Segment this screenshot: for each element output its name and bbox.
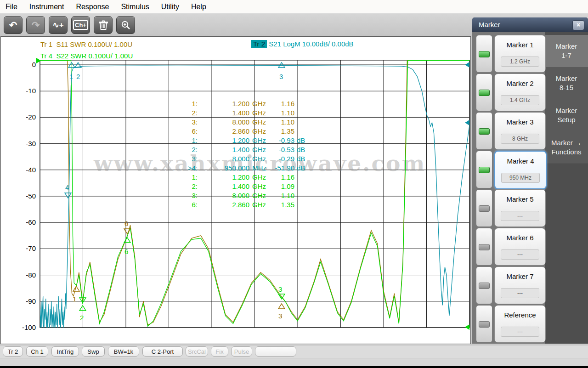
led-on-icon xyxy=(479,90,490,96)
add-trace-icon: ∿+ xyxy=(52,20,63,30)
marker-button-title: Reference xyxy=(495,311,545,319)
marker-button-title: Marker 1 xyxy=(495,41,545,49)
taskbar-chip-empty xyxy=(255,346,296,357)
marker-button-title: Marker 3 xyxy=(495,118,545,126)
marker-button-marker-5[interactable]: Marker 5--- xyxy=(494,189,546,227)
redo-icon: ↷ xyxy=(32,20,40,31)
marker-value-field[interactable]: --- xyxy=(501,211,539,221)
add-trace-button[interactable]: ∿+ xyxy=(49,16,68,34)
marker-value-field[interactable]: 950 MHz xyxy=(501,173,540,183)
menu-response[interactable]: Response xyxy=(75,2,110,12)
taskbar-chip-c-2-port[interactable]: C 2-Port xyxy=(142,346,183,357)
status-taskbar: Tr 2Ch 1IntTrigSwpBW=1kC 2-PortSrcCalFix… xyxy=(0,345,588,358)
marker-toggle-8[interactable] xyxy=(476,305,492,343)
marker-value-field[interactable]: 1.4 GHz xyxy=(501,95,539,105)
zoom-button[interactable] xyxy=(116,16,135,34)
marker-button-marker-7[interactable]: Marker 7--- xyxy=(494,266,546,304)
marker-button-marker-4[interactable]: Marker 4950 MHz xyxy=(494,151,547,189)
tr2-selected-chip: Tr 2 xyxy=(251,40,267,48)
redo-button: ↷ xyxy=(26,16,45,34)
menu-utility[interactable]: Utility xyxy=(160,2,180,12)
delete-button[interactable] xyxy=(94,16,113,34)
marker-value-field[interactable]: 8 GHz xyxy=(501,134,539,144)
marker-toggle-3[interactable] xyxy=(476,112,492,150)
marker-toggle-7[interactable] xyxy=(476,266,492,304)
bottom-black-bar xyxy=(0,366,588,368)
marker-value-field[interactable]: --- xyxy=(501,288,539,298)
lower-strip xyxy=(0,358,588,367)
led-off-icon xyxy=(479,283,490,289)
zoom-in-icon xyxy=(121,20,131,30)
marker-toggle-5[interactable] xyxy=(476,189,492,227)
marker-toggle-1[interactable] xyxy=(476,35,492,73)
marker-button-title: Marker 6 xyxy=(495,234,545,242)
led-off-icon xyxy=(479,321,490,328)
marker-button-marker-3[interactable]: Marker 38 GHz xyxy=(494,112,546,150)
menu-instrument[interactable]: Instrument xyxy=(28,2,65,12)
plot-area: Tr 1 S11 SWR 0.100U/ 1.00U Tr 2 S21 LogM… xyxy=(0,36,471,344)
marker-value-field[interactable]: 1.2 GHz xyxy=(501,57,539,67)
taskbar-chip-inttrig[interactable]: IntTrig xyxy=(51,346,79,357)
menu-help[interactable]: Help xyxy=(190,2,207,12)
marker-button-marker-1[interactable]: Marker 11.2 GHz xyxy=(494,35,546,73)
taskbar-chip-ch-1[interactable]: Ch 1 xyxy=(26,346,48,357)
menu-bar: File Instrument Response Stimulus Utilit… xyxy=(0,0,588,14)
taskbar-chip-bw-1k[interactable]: BW=1k xyxy=(108,346,139,357)
marker-value-field[interactable]: --- xyxy=(501,327,539,337)
tab-marker-8-15[interactable]: Marker8-15 xyxy=(545,67,588,100)
tab-marker-setup[interactable]: MarkerSetup xyxy=(545,99,588,132)
marker-toggle-4[interactable] xyxy=(476,151,492,188)
taskbar-chip-swp[interactable]: Swp xyxy=(82,346,105,357)
marker-toggle-6[interactable] xyxy=(476,228,492,266)
marker-panel-tabs: Marker1-7 Marker8-15 MarkerSetup Marker … xyxy=(545,32,588,344)
tab-marker-1-7[interactable]: Marker1-7 xyxy=(545,35,588,68)
marker-panel-title: Marker xyxy=(472,17,588,32)
trace-label-tr1[interactable]: Tr 1 S11 SWR 0.100U/ 1.00U xyxy=(40,40,132,48)
marker-panel: Marker × Marker1-7 Marker8-15 MarkerSetu… xyxy=(472,17,588,344)
led-off-icon xyxy=(479,205,490,212)
marker-button-title: Marker 5 xyxy=(495,195,545,203)
led-on-icon xyxy=(479,51,490,57)
tab-marker-functions[interactable]: Marker →Functions xyxy=(545,131,588,164)
led-on-icon xyxy=(479,167,490,173)
marker-toggle-2[interactable] xyxy=(476,74,492,111)
marker-value-field[interactable]: --- xyxy=(501,249,539,260)
trace-label-tr4[interactable]: Tr 4 S22 SWR 0.100U/ 1.00U xyxy=(40,52,133,60)
undo-icon: ↶ xyxy=(9,20,17,31)
close-icon[interactable]: × xyxy=(572,20,584,30)
menu-stimulus[interactable]: Stimulus xyxy=(120,2,150,12)
menu-file[interactable]: File xyxy=(5,2,18,12)
marker-button-title: Marker 4 xyxy=(495,157,546,165)
marker-button-reference[interactable]: Reference--- xyxy=(494,305,546,343)
taskbar-chip-pulse: Pulse xyxy=(231,346,252,357)
trash-icon xyxy=(99,20,108,30)
add-channel-button[interactable]: Ch+ xyxy=(71,16,90,34)
marker-button-marker-2[interactable]: Marker 21.4 GHz xyxy=(494,74,546,111)
taskbar-chip-srccal: SrcCal xyxy=(186,346,208,357)
trace-label-tr2[interactable]: Tr 2 S21 LogM 10.00dB/ 0.00dB xyxy=(251,40,354,48)
marker-button-title: Marker 2 xyxy=(495,79,545,87)
taskbar-chip-fix: Fix xyxy=(211,346,228,357)
marker-button-marker-6[interactable]: Marker 6--- xyxy=(494,228,546,266)
taskbar-chip-tr-2[interactable]: Tr 2 xyxy=(3,346,23,357)
led-on-icon xyxy=(479,128,490,135)
add-channel-icon: Ch+ xyxy=(73,20,88,30)
led-off-icon xyxy=(479,244,490,250)
marker-button-title: Marker 7 xyxy=(495,272,545,280)
undo-button[interactable]: ↶ xyxy=(4,16,23,34)
